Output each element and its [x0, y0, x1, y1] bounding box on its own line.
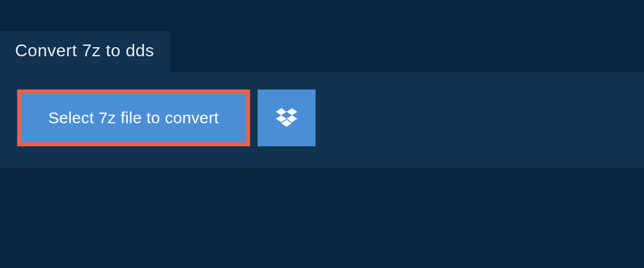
- tab-label: Convert 7z to dds: [15, 41, 154, 60]
- select-file-label: Select 7z file to convert: [48, 109, 219, 127]
- dropbox-button[interactable]: [258, 90, 316, 146]
- tab-convert[interactable]: Convert 7z to dds: [0, 31, 170, 72]
- dropbox-icon: [276, 108, 297, 128]
- conversion-panel: Select 7z file to convert: [0, 72, 644, 168]
- select-file-button[interactable]: Select 7z file to convert: [17, 90, 250, 146]
- tab-bar: Convert 7z to dds: [0, 0, 644, 72]
